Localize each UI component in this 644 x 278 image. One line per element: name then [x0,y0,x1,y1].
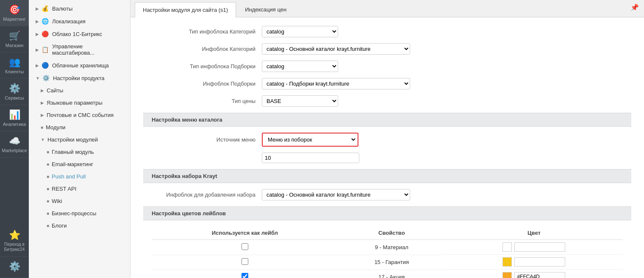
krayt-iblock-label: Инфоблок для добавления набора [143,192,262,198]
sidebar-item-label: Marketplace [2,148,27,153]
arrow-icon: ▶ [36,63,39,68]
sidebar-item-label: Аналитика [3,122,26,127]
nav-item-biz-process[interactable]: ■ Бизнес-процессы [29,207,130,220]
color-preview [502,272,512,278]
nav-item-main-module[interactable]: ■ Главный модуль [29,146,130,158]
bitrix24-icon: ⭐ [9,230,20,241]
sidebar-item-marketing[interactable]: 🎯 Маркетинг [0,0,29,26]
sidebar-item-analytics[interactable]: 📊 Аналитика [0,105,29,131]
krayt-iblock-row: Инфоблок для добавления набора catalog -… [143,189,631,200]
marketing-icon: 🎯 [9,4,20,15]
labels-table: Используется как лейбл Свойство Цвет 9 -… [152,226,623,278]
nav-label: Настройки продукта [53,75,105,81]
arrow-icon: ■ [41,125,43,130]
menu-source-label: Источник меню [143,136,262,143]
nav-item-rest-api[interactable]: ■ REST API [29,183,130,195]
arrow-icon: ■ [47,223,49,228]
menu-source-highlight: Меню из поборок Из категорий [262,133,358,147]
sidebar-item-label: Магазин [6,43,23,48]
tab-price-index[interactable]: Индексация цен [237,2,294,17]
tab-module-settings[interactable]: Настройки модуля для сайта (s1) [135,2,236,17]
sidebar-item-label: Клиенты [5,69,24,74]
cloud-storage-icon: 🔵 [42,62,49,69]
sidebar-item-gear[interactable]: ⚙️ [0,257,29,278]
color-input[interactable] [514,272,565,278]
nav-label: Облако 1С-Битрикс [52,31,102,37]
color-input[interactable] [514,242,565,252]
color-preview [502,242,512,252]
color-cell [445,255,623,270]
marketplace-icon: ☁️ [9,136,20,147]
catalog-iblock-row: Инфоблок Категорий catalog - Основной ка… [143,43,631,55]
sidebar-item-services[interactable]: ⚙️ Сервисы [0,79,29,105]
nav-label: Wiki [52,198,62,204]
nav-item-module-settings[interactable]: ▼ Настройки модулей [29,133,130,146]
menu-source-select[interactable]: Меню из поборок Из категорий [264,134,357,145]
nav-item-email-marketing[interactable]: ■ Email-маркетинг [29,158,130,170]
sidebar: 🎯 Маркетинг 🛒 Магазин 👥 Клиенты ⚙️ Серви… [0,0,29,278]
arrow-icon: ■ [47,186,49,191]
price-type-label: Тип цены [143,98,262,104]
col-header-label: Используется как лейбл [152,226,338,240]
label-checkbox[interactable] [242,273,248,278]
arrow-icon: ■ [47,150,49,154]
nav-item-product-settings[interactable]: ▼ ⚙️ Настройки продукта [29,72,130,84]
label-checkbox[interactable] [242,258,248,265]
nav-label: Push and Pull [52,173,86,180]
product-settings-icon: ⚙️ [42,75,50,81]
nav-label: Локализация [52,18,86,25]
krayt-iblock-select[interactable]: catalog - Основной каталог krayt.furnitu… [262,189,410,200]
arrow-icon: ▼ [36,76,40,81]
tabs-bar: Настройки модуля для сайта (s1) Индексац… [130,0,644,17]
nav-label: Валюты [52,6,72,12]
nav-item-push-pull[interactable]: ■ Push and Pull [29,170,130,183]
nav-item-wiki[interactable]: ■ Wiki [29,195,130,207]
nav-item-mail-sms[interactable]: ▶ Почтовые и СМС события [29,109,130,121]
nav-item-modules[interactable]: ■ Модули [29,121,130,133]
price-type-select[interactable]: BASE [262,95,338,107]
sidebar-item-marketplace[interactable]: ☁️ Marketplace [0,131,29,158]
menu-number-input[interactable]: 10 [262,153,359,163]
nav-label: Языковые параметры [47,100,103,106]
table-row: 17 - Акция [152,270,623,278]
selection-iblock-label: Инфоблок Подборки [143,81,262,87]
sidebar-item-label: Сервисы [5,95,24,100]
selection-iblock-select[interactable]: catalog - Подборки krayt.furniture [262,78,410,89]
color-cell [445,240,623,255]
sidebar-item-shop[interactable]: 🛒 Магазин [0,26,29,53]
col-header-property: Свойство [338,226,445,240]
catalog-type-select[interactable]: catalog [262,26,338,37]
services-icon: ⚙️ [9,83,20,94]
property-cell: 9 - Материал [338,240,445,255]
label-checkbox[interactable] [242,243,248,250]
nav-item-scaling[interactable]: ▶ 📋 Управление масштабирова... [29,40,130,59]
analytics-icon: 📊 [9,109,20,120]
nav-label: Бизнес-процессы [52,210,96,217]
nav-item-lang-params[interactable]: ▶ Языковые параметры [29,97,130,109]
color-input[interactable] [514,257,565,267]
color-cell [445,270,623,278]
arrow-icon: ▶ [36,6,39,11]
gear-icon: ⚙️ [9,261,20,272]
arrow-icon: ■ [47,162,49,167]
arrow-icon: ■ [47,211,49,216]
arrow-icon: ▶ [36,19,39,24]
nav-item-sites[interactable]: ▶ Сайты [29,84,130,97]
color-preview [502,257,512,267]
cloud-icon: 🔴 [42,31,49,37]
nav-item-cloud[interactable]: ▶ 🔴 Облако 1С-Битрикс [29,28,130,40]
checkbox-cell [152,270,338,278]
table-row: 15 - Гарантия [152,255,623,270]
price-type-row: Тип цены BASE [143,95,631,107]
sidebar-item-clients[interactable]: 👥 Клиенты [0,53,29,79]
checkbox-cell [152,240,338,255]
sidebar-item-bitrix24[interactable]: ⭐ Переход в Битрикс24 [0,225,29,257]
nav-item-localization[interactable]: ▶ 🌐 Локализация [29,15,130,28]
localization-icon: 🌐 [42,18,49,25]
selection-type-select[interactable]: catalog [262,61,338,72]
nav-item-currencies[interactable]: ▶ 💰 Валюты [29,2,130,15]
arrow-icon: ■ [47,174,49,179]
nav-item-blogs[interactable]: ■ Блоги [29,220,130,232]
nav-item-cloud-storage[interactable]: ▶ 🔵 Облачные хранилища [29,59,130,72]
catalog-iblock-select[interactable]: catalog - Основной каталог krayt.furnitu… [262,43,410,55]
